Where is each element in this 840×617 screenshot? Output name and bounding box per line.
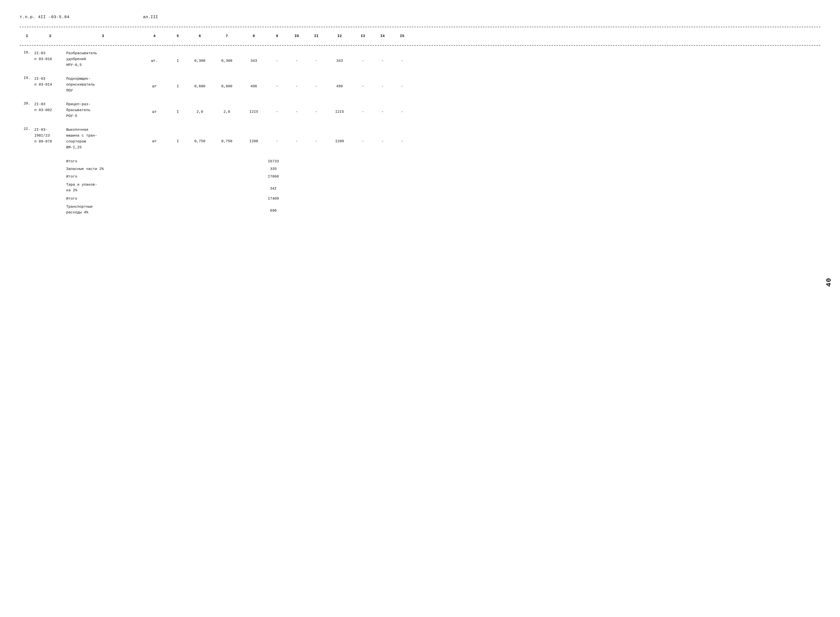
header-left: т.п.р. 4II -03-5.84 xyxy=(20,15,69,19)
col-header-10: IO xyxy=(287,34,307,38)
entry-21-col8: I200 xyxy=(240,127,267,143)
summary-value-2: 335 xyxy=(260,167,287,171)
entry-21-col13: - xyxy=(353,127,373,143)
summary-label-6: Транспортные расходы 4% xyxy=(20,204,140,215)
summary-row-3: Итого I7068 xyxy=(20,174,820,180)
entry-18: I8. 2I-03 п 03-010 Разбрасыватель удобре… xyxy=(20,50,820,69)
entry-18-name: Разбрасыватель удобрений НРУ-0,5 xyxy=(66,50,140,68)
entry-21-col6: 0,750 xyxy=(186,127,213,143)
entry-18-row: I8. 2I-03 п 03-010 Разбрасыватель удобре… xyxy=(20,50,820,69)
col-header-2: 2 xyxy=(34,34,66,38)
entry-21-col5: I xyxy=(169,127,186,143)
entry-19-col8: 496 xyxy=(240,76,267,89)
entry-20-col11: - xyxy=(307,102,326,114)
entry-21-row: 2I. 2I-03- I98I/23 п 09-078 Выкопочная м… xyxy=(20,127,820,151)
summary-label-5: Итого xyxy=(20,197,140,201)
col-header-1: I xyxy=(20,34,34,38)
summary-row-5: Итого I7409 xyxy=(20,196,820,202)
summary-label-1: Итого xyxy=(20,159,140,164)
entry-18-col7: 0,300 xyxy=(213,50,240,63)
entry-21-name: Выкопочная машина с тран- спортером ВМ-I… xyxy=(66,127,140,151)
entry-21-num: 2I. xyxy=(20,127,34,131)
entry-18-col10: - xyxy=(287,50,307,63)
column-headers: I 2 3 4 5 6 7 8 9 IO II I2 I3 I4 I5 xyxy=(20,32,820,41)
entry-21-col12: I200 xyxy=(326,127,353,143)
entry-18-col9: - xyxy=(267,50,287,63)
entry-19-col13: - xyxy=(353,76,373,89)
entry-20-col5: I xyxy=(169,102,186,114)
entry-21-col9: - xyxy=(267,127,287,143)
entry-20-row: 20. 2I-03 п 03-002 Прицеп-раз- брасывате… xyxy=(20,101,820,120)
entry-20-col6: 2,0 xyxy=(186,102,213,114)
entry-18-col5: I xyxy=(169,50,186,63)
entry-19-col9: - xyxy=(267,76,287,89)
col-header-5: 5 xyxy=(169,34,186,38)
entry-18-col8: 343 xyxy=(240,50,267,63)
entry-20-num: 20. xyxy=(20,102,34,106)
entry-21-unit: шт xyxy=(140,127,169,143)
entry-21-col15: - xyxy=(392,127,412,143)
summary-section: Итого I6733 Запасные части 2% 335 Итого … xyxy=(20,158,820,216)
entry-20-code: 2I-03 п 03-002 xyxy=(34,102,66,113)
entry-18-col6: 0,300 xyxy=(186,50,213,63)
col-header-4: 4 xyxy=(140,34,169,38)
summary-row-4: Тара и упаков- ка 2% 34I xyxy=(20,181,820,194)
col-header-3: 3 xyxy=(66,34,140,38)
summary-label-2: Запасные части 2% xyxy=(20,167,140,171)
entry-21-code: 2I-03- I98I/23 п 09-078 xyxy=(34,127,66,145)
header-center: ал.III xyxy=(143,15,158,19)
entry-19-col5: I xyxy=(169,76,186,89)
col-header-15: I5 xyxy=(392,34,412,38)
entry-19-col11: - xyxy=(307,76,326,89)
summary-value-4: 34I xyxy=(260,182,287,191)
entry-19-col15: - xyxy=(392,76,412,89)
entry-19-col7: 0,600 xyxy=(213,76,240,89)
col-header-12: I2 xyxy=(326,34,353,38)
summary-label-4: Тара и упаков- ка 2% xyxy=(20,182,140,193)
summary-row-1: Итого I6733 xyxy=(20,158,820,165)
entry-21-col7: 0,750 xyxy=(213,127,240,143)
entry-19-code: 2I-03 п 03-0I4 xyxy=(34,76,66,88)
entry-18-col14: - xyxy=(373,50,392,63)
summary-value-5: I7409 xyxy=(260,197,287,201)
entry-18-col13: - xyxy=(353,50,373,63)
entry-20-col9: - xyxy=(267,102,287,114)
summary-value-3: I7068 xyxy=(260,174,287,179)
entry-19: I9. 2I-03 п 03-0I4 Подкормщик- опрнскива… xyxy=(20,75,820,94)
header: т.п.р. 4II -03-5.84 ал.III xyxy=(20,15,820,19)
entry-20-col8: I2I5 xyxy=(240,102,267,114)
entry-19-num: I9. xyxy=(20,76,34,80)
summary-value-6: 696 xyxy=(260,204,287,213)
entry-19-col14: - xyxy=(373,76,392,89)
entry-20-col12: I2I5 xyxy=(326,102,353,114)
entry-18-code: 2I-03 п 03-010 xyxy=(34,50,66,62)
entry-19-row: I9. 2I-03 п 03-0I4 Подкормщик- опрнскива… xyxy=(20,75,820,94)
entry-18-unit: шт. xyxy=(140,50,169,63)
entry-19-col10: - xyxy=(287,76,307,89)
entry-19-name: Подкормщик- опрнскиватель ПОУ xyxy=(66,76,140,94)
col-header-11: II xyxy=(307,34,326,38)
entry-21-col11: - xyxy=(307,127,326,143)
entry-18-col12: 343 xyxy=(326,50,353,63)
col-header-6: 6 xyxy=(186,34,213,38)
entry-18-col15: - xyxy=(392,50,412,63)
entry-20-col13: - xyxy=(353,102,373,114)
entry-19-col12: 496 xyxy=(326,76,353,89)
col-header-8: 8 xyxy=(240,34,267,38)
top-dashed-line xyxy=(20,27,820,27)
summary-row-6: Транспортные расходы 4% 696 xyxy=(20,203,820,216)
col-header-7: 7 xyxy=(213,34,240,38)
entry-19-unit: шт xyxy=(140,76,169,89)
entry-21-col14: - xyxy=(373,127,392,143)
col-header-13: I3 xyxy=(353,34,373,38)
entry-20-unit: шт xyxy=(140,102,169,114)
summary-label-3: Итого xyxy=(20,174,140,179)
entry-19-col6: 0,600 xyxy=(186,76,213,89)
col-header-9: 9 xyxy=(267,34,287,38)
entry-20-col15: - xyxy=(392,102,412,114)
entry-21: 2I. 2I-03- I98I/23 п 09-078 Выкопочная м… xyxy=(20,127,820,151)
side-label: 40 xyxy=(825,278,833,287)
entry-20-name: Прицеп-раз- брасыватель РОУ-5 xyxy=(66,102,140,119)
entry-20-col14: - xyxy=(373,102,392,114)
second-dashed-line xyxy=(20,45,820,46)
